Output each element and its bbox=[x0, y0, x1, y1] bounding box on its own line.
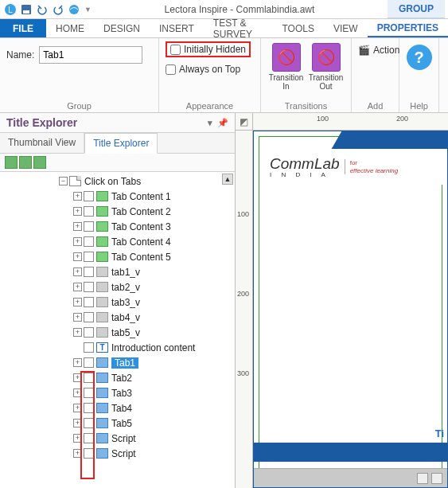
transition-out-icon: 🚫 bbox=[312, 43, 341, 72]
expand-icon[interactable]: + bbox=[73, 358, 82, 367]
expand-icon[interactable]: + bbox=[73, 373, 82, 382]
tree-item[interactable]: +Tab Content 1 bbox=[2, 189, 235, 204]
tree-view[interactable]: ▲ − Click on Tabs +Tab Content 1+Tab Con… bbox=[0, 171, 235, 488]
expand-icon[interactable]: + bbox=[73, 267, 82, 276]
expand-icon[interactable]: + bbox=[73, 434, 82, 443]
tab-file[interactable]: FILE bbox=[0, 19, 46, 37]
tree-page-node[interactable]: − Click on Tabs bbox=[2, 174, 235, 189]
expand-icon[interactable]: + bbox=[73, 313, 82, 322]
tree-item[interactable]: +Tab5 bbox=[2, 416, 235, 431]
expand-icon[interactable]: + bbox=[73, 404, 82, 412]
visibility-checkbox[interactable] bbox=[84, 236, 94, 247]
expand-icon[interactable]: + bbox=[73, 207, 82, 216]
expand-icon[interactable]: + bbox=[73, 283, 82, 291]
tree-item[interactable]: +Tab2 bbox=[2, 370, 235, 385]
transition-in-button[interactable]: 🚫 Transition In bbox=[269, 43, 304, 91]
panel-menu-icon[interactable]: ▾ bbox=[208, 118, 212, 128]
undo-icon[interactable] bbox=[35, 2, 49, 17]
transition-out-button[interactable]: 🚫 Transition Out bbox=[309, 43, 344, 91]
transition-in-icon: 🚫 bbox=[272, 43, 301, 72]
visibility-checkbox[interactable] bbox=[84, 388, 94, 398]
visibility-checkbox[interactable] bbox=[84, 221, 94, 232]
tab-insert[interactable]: INSERT bbox=[150, 19, 204, 37]
expand-icon[interactable]: + bbox=[73, 328, 82, 337]
tab-properties[interactable]: PROPERTIES bbox=[368, 19, 448, 37]
expand-icon[interactable]: + bbox=[73, 298, 82, 306]
visibility-checkbox[interactable] bbox=[84, 282, 94, 292]
visibility-checkbox[interactable] bbox=[84, 433, 94, 443]
nav-prev-icon[interactable] bbox=[417, 473, 428, 484]
visibility-checkbox[interactable] bbox=[84, 342, 94, 353]
qat-dropdown-icon[interactable]: ▼ bbox=[84, 6, 92, 14]
svg-point-4 bbox=[69, 5, 79, 14]
title-explorer-tab[interactable]: Title Explorer bbox=[84, 133, 158, 154]
tree-item[interactable]: +tab1_v bbox=[2, 264, 235, 279]
group-section-label: Group bbox=[6, 100, 152, 111]
ribbon-group-help: ? Help bbox=[399, 38, 439, 112]
panel-title: Title Explorer bbox=[6, 116, 77, 129]
expand-icon[interactable]: + bbox=[73, 222, 82, 231]
tree-item[interactable]: +Tab3 bbox=[2, 385, 235, 400]
tab-tools[interactable]: TOOLS bbox=[273, 19, 324, 37]
collapse-icon[interactable]: − bbox=[59, 177, 68, 185]
visibility-checkbox[interactable] bbox=[84, 252, 94, 262]
visibility-checkbox[interactable] bbox=[84, 403, 94, 413]
tree-item[interactable]: +tab4_v bbox=[2, 310, 235, 325]
visibility-checkbox[interactable] bbox=[84, 297, 94, 307]
tree-item[interactable]: TIntroduction content bbox=[2, 340, 235, 355]
visibility-checkbox[interactable] bbox=[84, 373, 94, 383]
tab-home[interactable]: HOME bbox=[46, 19, 94, 37]
ribbon-group-add: 🎬 Action Add bbox=[352, 38, 399, 112]
expand-all-icon[interactable] bbox=[5, 156, 18, 169]
tree-item[interactable]: +Tab4 bbox=[2, 400, 235, 416]
context-tab-group[interactable]: GROUP bbox=[388, 0, 445, 18]
preview-icon[interactable] bbox=[67, 2, 81, 17]
filter-icon[interactable] bbox=[33, 156, 46, 169]
expand-icon[interactable] bbox=[73, 343, 82, 352]
name-input[interactable] bbox=[39, 46, 142, 64]
expand-icon[interactable]: + bbox=[73, 252, 82, 261]
expand-icon[interactable]: + bbox=[73, 388, 82, 397]
panel-toolbar bbox=[0, 154, 235, 171]
visibility-checkbox[interactable] bbox=[84, 418, 94, 428]
svg-rect-3 bbox=[23, 10, 29, 14]
expand-icon[interactable]: + bbox=[73, 449, 82, 458]
help-button[interactable]: ? bbox=[407, 45, 432, 70]
tab-test-survey[interactable]: TEST & SURVEY bbox=[204, 19, 273, 37]
visibility-checkbox[interactable] bbox=[84, 448, 94, 459]
nav-next-icon[interactable] bbox=[431, 473, 442, 484]
tab-design[interactable]: DESIGN bbox=[94, 19, 150, 37]
visibility-checkbox[interactable] bbox=[84, 312, 94, 322]
tree-item[interactable]: +Script bbox=[2, 431, 235, 446]
initially-hidden-checkbox[interactable] bbox=[170, 45, 181, 55]
canvas[interactable]: ◩ 100 200 100 200 300 CommLab I N D I A … bbox=[236, 113, 448, 488]
expand-icon[interactable]: + bbox=[73, 237, 82, 246]
tree-item[interactable]: +Tab Content 4 bbox=[2, 234, 235, 249]
tree-item[interactable]: +Tab Content 2 bbox=[2, 204, 235, 219]
expand-icon[interactable]: + bbox=[73, 419, 82, 427]
save-icon[interactable] bbox=[19, 2, 33, 17]
collapse-all-icon[interactable] bbox=[19, 156, 32, 169]
tree-item[interactable]: +tab2_v bbox=[2, 279, 235, 295]
tree-item[interactable]: +Tab Content 3 bbox=[2, 219, 235, 234]
visibility-checkbox[interactable] bbox=[84, 191, 94, 201]
thumbnail-view-tab[interactable]: Thumbnail View bbox=[0, 133, 84, 154]
page-header: CommLab I N D I A for effective learning bbox=[262, 149, 447, 185]
visibility-checkbox[interactable] bbox=[84, 206, 94, 217]
page-canvas[interactable]: CommLab I N D I A for effective learning… bbox=[253, 131, 448, 488]
redo-icon[interactable] bbox=[51, 2, 65, 17]
pin-icon[interactable]: 📌 bbox=[217, 118, 228, 128]
tree-item[interactable]: +tab3_v bbox=[2, 295, 235, 310]
visibility-checkbox[interactable] bbox=[84, 267, 94, 277]
scroll-up-icon[interactable]: ▲ bbox=[222, 174, 233, 185]
tree-item[interactable]: +Tab Content 5 bbox=[2, 249, 235, 264]
always-on-top-checkbox[interactable] bbox=[166, 64, 176, 75]
tree-item[interactable]: +tab5_v bbox=[2, 325, 235, 340]
action-button[interactable]: 🎬 Action bbox=[358, 45, 392, 56]
tab-view[interactable]: VIEW bbox=[324, 19, 368, 37]
visibility-checkbox[interactable] bbox=[84, 357, 94, 368]
expand-icon[interactable]: + bbox=[73, 192, 82, 201]
tree-item[interactable]: +Tab1 bbox=[2, 355, 235, 370]
visibility-checkbox[interactable] bbox=[84, 327, 94, 338]
tree-item[interactable]: +Script bbox=[2, 446, 235, 461]
